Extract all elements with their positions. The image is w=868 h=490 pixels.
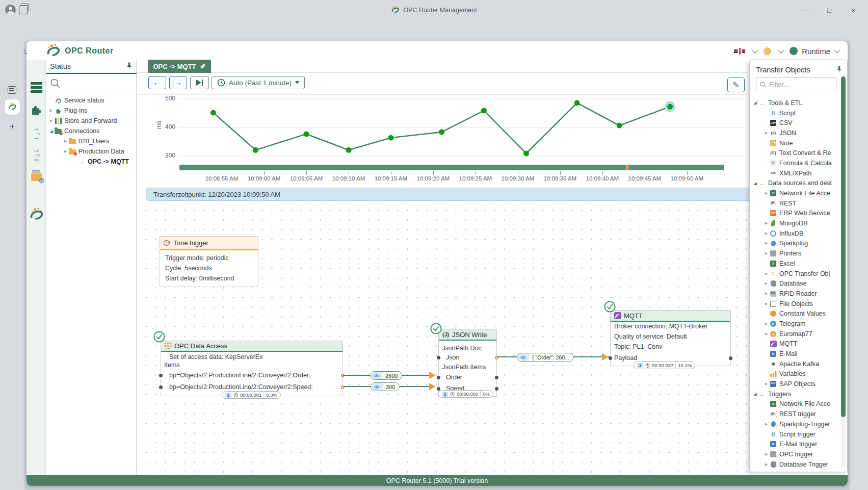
tree-item-excel[interactable]: #Excel <box>750 259 840 269</box>
minimize-button[interactable]: — <box>799 5 812 15</box>
tree-item-file-objects[interactable]: ▶File Objects <box>750 299 840 309</box>
tree-item-rest-trigger[interactable]: (R)REST trigger <box>750 409 840 419</box>
output-dot[interactable] <box>729 356 732 360</box>
tree-item-note[interactable]: Note <box>750 138 840 148</box>
node-item-row[interactable]: bp=Objects/2:ProductionLine/2:Conveyer/2… <box>161 370 343 381</box>
chart-back-button[interactable]: ← <box>148 76 166 89</box>
node-row[interactable]: Json <box>439 353 496 363</box>
output-dot[interactable] <box>495 387 498 391</box>
data-point[interactable] <box>346 147 351 153</box>
chart-timeline-bar[interactable] <box>179 165 724 170</box>
tree-item-service-status[interactable]: Service status <box>46 95 137 106</box>
tree-item-data-sources-and-dest[interactable]: ◢→Data sources and dest <box>750 178 840 189</box>
collapsed-expander-icon[interactable]: ▶ <box>763 382 770 386</box>
browser-tab[interactable]: OPC Router Management <box>0 0 868 20</box>
tab-actions-icon[interactable] <box>8 86 16 94</box>
tree-item-mongodb[interactable]: ▶MongoDB <box>750 218 840 228</box>
tree-item-csv[interactable]: CSVCSV <box>750 118 840 128</box>
pin-icon[interactable] <box>126 62 133 71</box>
collapsed-expander-icon[interactable]: ▶ <box>48 109 55 113</box>
tree-item-production-data[interactable]: ▶Production Data <box>46 146 137 157</box>
transfer-time-bar[interactable]: Transferzeitpunkt: 12/20/2023 10:09:50 A… <box>146 188 753 201</box>
expanded-expander-icon[interactable]: ◢ <box>752 392 758 396</box>
order-value-badge[interactable]: 2600 <box>370 371 402 380</box>
tree-item-xml-xpath[interactable]: </>XML/XPath <box>750 168 840 178</box>
store-settings-icon[interactable] <box>27 171 46 181</box>
tree-item-opc-transfer-obj[interactable]: ▶::OPC Transfer Obj <box>750 269 840 279</box>
tree-item-database[interactable]: ▶Database <box>750 278 840 289</box>
output-dot[interactable] <box>495 376 498 379</box>
pin-icon[interactable] <box>836 65 843 74</box>
license-chevron-icon[interactable] <box>778 47 784 53</box>
language-chevron-icon[interactable] <box>752 47 758 53</box>
connections-icon[interactable]: →→→ <box>27 126 46 140</box>
tree-item-network-file-acce[interactable]: ≡Network File Acce <box>750 399 840 409</box>
transfer-chart[interactable]: ms 500400300 10:08:55 AM10:09:00 AM10:09… <box>137 95 748 185</box>
data-point[interactable] <box>617 123 622 128</box>
tree-item-network-file-acce[interactable]: ▶≡Network File Acce <box>750 188 840 198</box>
collapsed-expander-icon[interactable]: ▶ <box>763 131 770 135</box>
collapsed-expander-icon[interactable]: ▶ <box>763 251 770 255</box>
collapsed-expander-icon[interactable]: ▶ <box>763 292 770 296</box>
collapsed-expander-icon[interactable]: ▶ <box>62 139 69 143</box>
data-point[interactable] <box>574 100 580 106</box>
collapsed-expander-icon[interactable]: ▶ <box>763 272 770 276</box>
skip-to-latest-button[interactable] <box>190 76 209 89</box>
menu-icon[interactable] <box>27 81 46 93</box>
tree-item-erp-web-service[interactable]: ERPERP Web Service <box>750 209 840 219</box>
collapsed-expander-icon[interactable]: ▶ <box>763 462 770 467</box>
collapsed-expander-icon[interactable]: ▶ <box>763 452 770 456</box>
data-point[interactable] <box>303 131 309 137</box>
collapsed-expander-icon[interactable]: ▶ <box>763 332 770 336</box>
collapsed-expander-icon[interactable]: ▶ <box>763 231 770 236</box>
data-point[interactable] <box>523 150 529 156</box>
collapsed-expander-icon[interactable]: ▶ <box>763 191 770 195</box>
tree-item-020-users[interactable]: ▶020_Users <box>46 136 137 146</box>
tree-item-euromap77[interactable]: ▶▲Euromap77 <box>750 329 840 339</box>
collapsed-expander-icon[interactable]: ▶ <box>763 322 770 326</box>
tree-item-sparkplug-trigger[interactable]: ▶Sparkplug-Trigger <box>750 419 840 429</box>
runtime-selector[interactable]: Runtime <box>790 47 838 56</box>
tree-item-store-and-forward[interactable]: ▶Store and Forward <box>46 116 137 126</box>
collapsed-expander-icon[interactable]: ▶ <box>62 149 69 153</box>
tree-item-sap-objects[interactable]: ▶BAPISAP Objects <box>750 379 840 389</box>
tree-item-rfid-reader[interactable]: ▶RFIDRFID Reader <box>750 289 840 299</box>
tree-item-mqtt[interactable]: MQTT <box>750 339 840 349</box>
data-point[interactable] <box>211 110 216 115</box>
speed-value-badge[interactable]: 300 <box>371 382 400 391</box>
tree-item-printers[interactable]: ▶Printers <box>750 248 840 259</box>
chart-plot[interactable] <box>179 95 746 171</box>
panel-scrollbar-thumb[interactable] <box>841 76 846 417</box>
tree-item-json[interactable]: ▶{J}JSON <box>750 128 840 138</box>
tree-item-database-trigger[interactable]: ▶Database Trigger <box>750 459 840 470</box>
time-range-selector[interactable]: Auto (Past 1 minute) <box>212 76 305 89</box>
collapsed-expander-icon[interactable]: ▶ <box>763 302 770 306</box>
tree-item-variables[interactable]: Variables <box>750 369 840 379</box>
collapsed-expander-icon[interactable]: ▶ <box>48 119 55 123</box>
tab-opc-mqtt[interactable]: OPC -> MQTT <box>148 60 211 73</box>
input-dot[interactable] <box>159 385 163 389</box>
tree-item-formula-calcula[interactable]: #Formula & Calcula <box>750 158 840 168</box>
tree-item-text-convert-re[interactable]: {C}Text Convert & Re <box>750 148 840 158</box>
data-point[interactable] <box>667 104 673 110</box>
input-dot[interactable] <box>609 356 612 360</box>
expanded-expander-icon[interactable]: ◢ <box>752 181 758 186</box>
tab-pin-icon[interactable] <box>198 62 207 71</box>
transfers-icon[interactable]: ⇒⇒⇒ <box>27 148 46 162</box>
runtime-chevron-icon[interactable] <box>834 47 840 53</box>
tree-item-opc-trigger[interactable]: ▶OPC trigger <box>750 449 840 459</box>
tree-item-script[interactable]: {}Script <box>750 108 840 118</box>
node-json-write[interactable]: {J} JSON Write JsonPath Doc Json JsonPat… <box>438 329 497 397</box>
data-point[interactable] <box>253 147 258 153</box>
tree-item-script-trigger[interactable]: {}Script trigger <box>750 429 840 440</box>
opc-router-rail-logo-icon[interactable] <box>27 207 46 223</box>
tree-item-apache-kafka[interactable]: ∗Apache Kafka <box>750 359 840 369</box>
node-mqtt[interactable]: MQTT Broker connection: MQTT-Broker Qual… <box>610 310 731 366</box>
input-dot[interactable] <box>437 376 440 379</box>
expanded-expander-icon[interactable]: ◢ <box>752 100 758 105</box>
collapsed-expander-icon[interactable]: ▶ <box>763 422 770 426</box>
plugins-icon[interactable] <box>27 103 46 117</box>
node-opc-data-access[interactable]: OPC Data Access Set of access data: KepS… <box>161 341 343 396</box>
node-row[interactable]: Order <box>439 372 496 383</box>
tree-item-e-mail[interactable]: ×E-Mail <box>750 349 840 359</box>
